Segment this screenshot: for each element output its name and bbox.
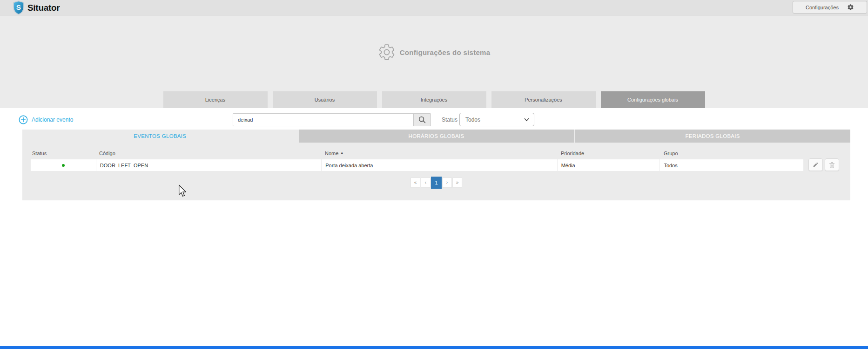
pagination-label: ‹ [425,180,426,185]
column-header-label: Nome [325,151,338,156]
tab-label: Configurações globais [627,97,678,103]
add-event-button[interactable]: Adicionar evento [19,113,73,127]
cell-status [31,159,96,171]
pagination-prev-button[interactable]: ‹ [421,178,431,188]
topbar: S Situator Configurações [0,0,868,15]
search-button[interactable] [413,113,431,126]
subtab-label: HORÁRIOS GLOBAIS [409,133,464,139]
tab-usuarios[interactable]: Usuários [273,91,377,108]
app-logo: S Situator [12,0,60,15]
cell-text: Porta deixada aberta [325,163,373,168]
column-header-nome[interactable]: Nome ▲ [321,148,557,158]
column-header-label: Código [99,151,115,156]
search-input[interactable] [233,113,414,126]
tab-label: Personalizações [525,97,562,103]
column-header-label: Grupo [664,151,678,156]
shield-logo-icon: S [12,0,25,15]
cell-text: Todos [664,163,677,168]
bottom-accent-strip [0,346,868,349]
pagination-label: » [456,180,459,185]
cell-grupo: Todos [659,159,803,171]
pagination-label: 1 [435,180,437,185]
subtab-feriados-globais[interactable]: FERIADOS GLOBAIS [575,130,850,143]
pagination-page-1-button[interactable]: 1 [431,177,442,189]
tab-label: Usuários [315,97,335,103]
main-tabs: Licenças Usuários Integrações Personaliz… [0,91,868,108]
tab-configuracoes-globais[interactable]: Configurações globais [601,91,705,108]
tab-integracoes[interactable]: Integrações [382,91,486,108]
logo-letter: S [16,3,21,11]
gear-icon [847,4,854,11]
tab-personalizacoes[interactable]: Personalizações [491,91,596,108]
status-filter-select[interactable]: Todos [459,113,534,126]
table-row[interactable]: DOOR_LEFT_OPEN Porta deixada aberta Médi… [30,159,804,171]
column-header-codigo[interactable]: Código [95,148,321,158]
search-icon [418,116,426,123]
pagination-next-button[interactable]: › [442,178,452,188]
cell-nome: Porta deixada aberta [321,159,557,171]
cell-prioridade: Média [557,159,660,171]
global-settings-panel: EVENTOS GLOBAIS HORÁRIOS GLOBAIS FERIADO… [22,130,850,200]
subtab-horarios-globais[interactable]: HORÁRIOS GLOBAIS [299,130,574,143]
subtab-label: EVENTOS GLOBAIS [134,133,186,139]
settings-button-label: Configurações [806,5,839,10]
status-filter-label: Status [442,113,458,126]
tab-label: Licenças [205,97,225,103]
status-filter-wrap: Todos [459,113,534,126]
cell-codigo: DOOR_LEFT_OPEN [96,159,321,171]
app-title: Situator [27,3,60,13]
status-active-dot [62,164,65,167]
gear-outline-icon [378,43,396,61]
hero-zone: Configurações do sistema Licenças Usuári… [0,15,868,108]
column-header-grupo[interactable]: Grupo [660,148,804,158]
plus-circle-icon [19,115,28,124]
pagination-label: « [414,180,417,185]
table-header-row: Status Código Nome ▲ Prioridade Grupo [30,148,804,158]
column-header-label: Prioridade [561,151,584,156]
subtabs: EVENTOS GLOBAIS HORÁRIOS GLOBAIS FERIADO… [22,130,850,143]
pagination: « ‹ 1 › » [22,176,850,189]
page-title: Configurações do sistema [0,43,868,61]
row-actions [808,158,839,171]
cell-text: DOOR_LEFT_OPEN [100,163,148,168]
sort-asc-icon: ▲ [340,151,343,154]
tab-licencas[interactable]: Licenças [163,91,268,108]
pagination-label: › [446,180,448,185]
tab-label: Integrações [421,97,447,103]
edit-row-button[interactable] [808,158,823,171]
column-header-prioridade[interactable]: Prioridade [557,148,660,158]
cell-text: Média [561,163,575,168]
column-header-label: Status [32,151,47,156]
page-title-text: Configurações do sistema [400,48,491,56]
column-header-status[interactable]: Status [30,148,95,158]
delete-row-button[interactable] [825,158,839,171]
pencil-icon [813,162,819,168]
subtab-label: FERIADOS GLOBAIS [686,133,740,139]
subtab-eventos-globais[interactable]: EVENTOS GLOBAIS [22,130,298,143]
add-event-label: Adicionar evento [32,116,73,123]
pagination-last-button[interactable]: » [452,178,462,188]
trash-icon [829,162,835,168]
situator-app: S Situator Configurações Configurações d… [0,0,868,349]
settings-button[interactable]: Configurações [793,1,867,14]
pagination-first-button[interactable]: « [410,178,420,188]
